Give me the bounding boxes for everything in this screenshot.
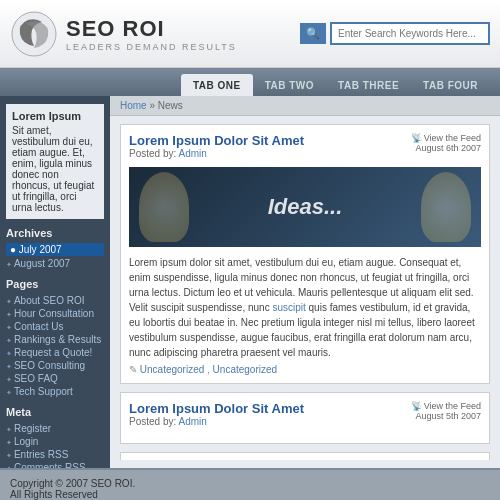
sidebar-meta-register[interactable]: Register — [6, 422, 104, 435]
sidebar-featured-text: Sit amet, vestibulum dui eu, etiam augue… — [12, 125, 98, 213]
content-area: Home » News Lorem Ipsum Dolor Sit Amet P… — [110, 96, 500, 468]
sidebar-featured-box: Lorem Ipsum Sit amet, vestibulum dui eu,… — [6, 104, 104, 219]
post-2-feed[interactable]: 📡View the Feed — [411, 401, 481, 411]
tab-four[interactable]: TAB FOUR — [411, 74, 490, 96]
post-1-image: Ideas... — [129, 167, 481, 247]
sidebar-meta-login[interactable]: Login — [6, 435, 104, 448]
post-1-author[interactable]: Admin — [178, 148, 206, 159]
tab-one[interactable]: TAB ONE — [181, 74, 253, 96]
post-3: Lorem Ipsum Dolor Sit Amet Posted by: Ad… — [120, 452, 490, 460]
footer-copyright: Copyright © 2007 SEO ROI. All Rights Res… — [10, 478, 490, 500]
main-layout: Lorem Ipsum Sit amet, vestibulum dui eu,… — [0, 96, 500, 468]
nav-tabs: TAB ONE TAB TWO TAB THREE TAB FOUR — [0, 68, 500, 96]
search-input[interactable] — [330, 22, 490, 45]
sidebar-page-about[interactable]: About SEO ROI — [6, 294, 104, 307]
header: SEO ROI Leaders Demand Results 🔍 — [0, 0, 500, 68]
breadcrumb-current: News — [158, 100, 183, 111]
content-inner: Lorem Ipsum Dolor Sit Amet Posted by: Ad… — [110, 116, 500, 460]
post-1-cat1[interactable]: Uncategorized — [140, 364, 204, 375]
post-1-title[interactable]: Lorem Ipsum Dolor Sit Amet — [129, 133, 304, 148]
sidebar-page-contact[interactable]: Contact Us — [6, 320, 104, 333]
feed-icon-2: 📡 — [411, 401, 422, 411]
search-button[interactable]: 🔍 — [300, 23, 326, 44]
logo-subtitle: Leaders Demand Results — [66, 42, 237, 52]
sidebar-meta-comments-rss[interactable]: Comments RSS — [6, 461, 104, 468]
feed-icon-1: 📡 — [411, 133, 422, 143]
pages-heading: Pages — [6, 278, 104, 290]
sidebar-page-rankings[interactable]: Rankings & Results — [6, 333, 104, 346]
post-1-meta: 📡View the Feed August 6th 2007 — [411, 133, 481, 153]
post-2-meta: 📡View the Feed August 5th 2007 — [411, 401, 481, 421]
sidebar-page-hour[interactable]: Hour Consultation — [6, 307, 104, 320]
post-2-author[interactable]: Admin — [178, 416, 206, 427]
sidebar-meta-entries-rss[interactable]: Entries RSS — [6, 448, 104, 461]
post-2-header: Lorem Ipsum Dolor Sit Amet Posted by: Ad… — [129, 401, 481, 431]
svg-point-0 — [12, 12, 56, 56]
post-2-byline: Posted by: Admin — [129, 416, 304, 427]
breadcrumb: Home » News — [110, 96, 500, 116]
meta-heading: Meta — [6, 406, 104, 418]
search-area: 🔍 — [300, 22, 490, 45]
bulb-right-icon — [421, 172, 471, 242]
logo-title: SEO ROI — [66, 16, 237, 42]
archives-heading: Archives — [6, 227, 104, 239]
post-1-link[interactable]: suscipit — [272, 302, 305, 313]
sidebar-archive-july[interactable]: ● July 2007 — [6, 243, 104, 256]
post-1-cat2[interactable]: Uncategorized — [213, 364, 277, 375]
post-1: Lorem Ipsum Dolor Sit Amet Posted by: Ad… — [120, 124, 490, 384]
sidebar-archive-aug[interactable]: August 2007 — [6, 257, 104, 270]
ideas-text: Ideas... — [268, 194, 343, 220]
logo-area: SEO ROI Leaders Demand Results — [10, 10, 300, 58]
post-1-date: August 6th 2007 — [411, 143, 481, 153]
breadcrumb-separator: » — [149, 100, 157, 111]
breadcrumb-home[interactable]: Home — [120, 100, 147, 111]
post-1-byline: Posted by: Admin — [129, 148, 304, 159]
sidebar-page-quote[interactable]: Request a Quote! — [6, 346, 104, 359]
post-1-body: Lorem ipsum dolor sit amet, vestibulum d… — [129, 255, 481, 360]
bulb-left-icon — [139, 172, 189, 242]
sidebar-featured-title: Lorem Ipsum — [12, 110, 98, 122]
post-1-categories: ✎ Uncategorized , Uncategorized — [129, 364, 481, 375]
footer: Copyright © 2007 SEO ROI. All Rights Res… — [0, 468, 500, 500]
sidebar: Lorem Ipsum Sit amet, vestibulum dui eu,… — [0, 96, 110, 468]
sidebar-page-tech[interactable]: Tech Support — [6, 385, 104, 398]
logo-icon — [10, 10, 58, 58]
logo-text-area: SEO ROI Leaders Demand Results — [66, 16, 237, 52]
sidebar-page-seo-faq[interactable]: SEO FAQ — [6, 372, 104, 385]
sidebar-page-seo-consulting[interactable]: SEO Consulting — [6, 359, 104, 372]
post-2-title[interactable]: Lorem Ipsum Dolor Sit Amet — [129, 401, 304, 416]
post-1-header: Lorem Ipsum Dolor Sit Amet Posted by: Ad… — [129, 133, 481, 163]
post-2-date: August 5th 2007 — [411, 411, 481, 421]
tab-three[interactable]: TAB THREE — [326, 74, 411, 96]
tab-two[interactable]: TAB TWO — [253, 74, 326, 96]
post-2: Lorem Ipsum Dolor Sit Amet Posted by: Ad… — [120, 392, 490, 444]
post-1-feed[interactable]: 📡View the Feed — [411, 133, 481, 143]
